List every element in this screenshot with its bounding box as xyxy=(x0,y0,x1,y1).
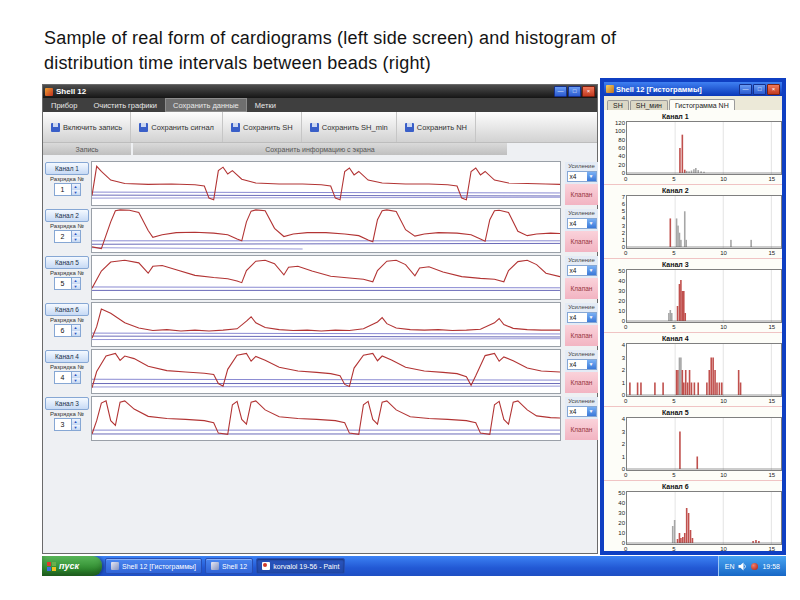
discharge-label: Разрядка № xyxy=(50,270,84,276)
channel-controls-left: Канал 4Разрядка №4▲▼ xyxy=(45,350,89,384)
taskbar-button-1[interactable]: Shell 12 [Гистограммы] xyxy=(105,558,202,574)
channel-label-button[interactable]: Канал 3 xyxy=(45,397,89,410)
histograms-titlebar[interactable]: Shell 12 [Гистограммы] — □ × xyxy=(604,82,782,96)
menu-item-4[interactable]: Метки xyxy=(247,98,284,112)
x-tick-label: 15 xyxy=(768,398,775,404)
save-disk-icon xyxy=(51,123,60,132)
valve-button[interactable]: Клапан xyxy=(565,325,598,346)
start-button[interactable]: пуск xyxy=(42,556,102,576)
taskbar-button-3[interactable]: korvalol 19-56 - Paint xyxy=(256,558,345,574)
histogram-bar xyxy=(706,383,708,396)
minimize-icon[interactable]: — xyxy=(554,86,567,97)
discharge-spinner[interactable]: 4▲▼ xyxy=(54,371,81,384)
taskbar-button-label: korvalol 19-56 - Paint xyxy=(273,563,339,570)
channel-label-button[interactable]: Канал 1 xyxy=(45,162,89,175)
spinner-down-icon[interactable]: ▼ xyxy=(71,378,80,384)
x-tick-label: 0 xyxy=(624,546,627,551)
histogram-block: Канал 601020304050051015 xyxy=(604,482,782,551)
tab-2[interactable]: SH_мин xyxy=(630,100,668,110)
taskbar-button-2[interactable]: Shell 12 xyxy=(205,558,253,574)
gain-select[interactable]: x4▼ xyxy=(567,265,597,276)
toolbar-button-label: Сохранить SH_min xyxy=(322,123,388,132)
histogram-bar xyxy=(682,135,684,173)
channel-controls-left: Канал 1Разрядка №1▲▼ xyxy=(45,162,89,196)
shell12-titlebar[interactable]: Shell 12 — □ × xyxy=(43,85,597,98)
spinner-down-icon[interactable]: ▼ xyxy=(71,425,80,431)
valve-button[interactable]: Клапан xyxy=(565,372,598,393)
histogram-title: Канал 5 xyxy=(662,408,782,417)
histogram-bar xyxy=(683,291,685,321)
y-tick-label: 4 xyxy=(606,215,625,221)
menu-item-3[interactable]: Сохранить данные xyxy=(165,98,247,112)
channel-controls-left: Канал 2Разрядка №2▲▼ xyxy=(45,209,89,243)
histogram-bar xyxy=(679,233,681,247)
channel-label-button[interactable]: Канал 4 xyxy=(45,350,89,363)
close-icon[interactable]: × xyxy=(767,84,780,95)
discharge-spinner[interactable]: 5▲▼ xyxy=(54,277,81,290)
x-tick-label: 0 xyxy=(624,398,627,404)
x-tick-label: 10 xyxy=(720,176,727,182)
group-caption-save: Сохранить информацию с экрана xyxy=(133,143,509,155)
tray-app-icon[interactable] xyxy=(751,563,758,570)
menu-item-2[interactable]: Очистить графики xyxy=(85,98,165,112)
toolbar-button-5[interactable]: Сохранить NH xyxy=(397,112,476,142)
histogram-bar xyxy=(688,513,690,543)
y-tick-label: 40 xyxy=(606,153,625,159)
tab-1[interactable]: SH xyxy=(607,100,629,110)
y-tick-label: 40 xyxy=(606,278,625,284)
histogram-bar xyxy=(740,383,742,396)
channel-label-button[interactable]: Канал 6 xyxy=(45,303,89,316)
discharge-spinner[interactable]: 6▲▼ xyxy=(54,324,81,337)
gain-select[interactable]: x4▼ xyxy=(567,312,597,323)
x-tick-label: 15 xyxy=(768,324,775,330)
channel-label-button[interactable]: Канал 5 xyxy=(45,256,89,269)
discharge-label: Разрядка № xyxy=(50,411,84,417)
valve-button[interactable]: Клапан xyxy=(565,231,598,252)
close-icon[interactable]: × xyxy=(582,86,595,97)
spinner-arrows: ▲▼ xyxy=(71,231,80,242)
minimize-icon[interactable]: — xyxy=(739,84,752,95)
gain-select[interactable]: x4▼ xyxy=(567,218,597,229)
spinner-down-icon[interactable]: ▼ xyxy=(71,331,80,337)
discharge-spinner[interactable]: 2▲▼ xyxy=(54,230,81,243)
shell-icon xyxy=(211,562,219,570)
valve-button[interactable]: Клапан xyxy=(565,419,598,440)
spinner-down-icon[interactable]: ▼ xyxy=(71,237,80,243)
gain-select[interactable]: x4▼ xyxy=(567,406,597,417)
toolbar-button-3[interactable]: Сохранить SH xyxy=(223,112,302,142)
histogram-bar xyxy=(695,168,697,173)
x-tick-label: 5 xyxy=(672,546,675,551)
valve-button[interactable]: Клапан xyxy=(565,278,598,299)
histogram-bar xyxy=(671,313,673,321)
valve-button[interactable]: Клапан xyxy=(565,184,598,205)
toolbar-button-4[interactable]: Сохранить SH_min xyxy=(302,112,397,142)
tab-3[interactable]: Гистограмма NH xyxy=(669,99,735,110)
channel-label-button[interactable]: Канал 2 xyxy=(45,209,89,222)
toolbar-button-label: Сохранить NH xyxy=(417,123,467,132)
toolbar-button-1[interactable]: Включить запись xyxy=(43,112,131,142)
menu-item-1[interactable]: Прибор xyxy=(43,98,85,112)
histogram-bar xyxy=(662,383,664,396)
gain-select[interactable]: x4▼ xyxy=(567,171,597,182)
histogram-bar xyxy=(677,306,679,321)
histogram-bar xyxy=(685,370,687,395)
discharge-spinner[interactable]: 1▲▼ xyxy=(54,183,81,196)
histogram-bar xyxy=(684,170,686,173)
spinner-down-icon[interactable]: ▼ xyxy=(71,190,80,196)
aux-trace xyxy=(92,379,560,380)
discharge-label: Разрядка № xyxy=(50,176,84,182)
gain-select[interactable]: x4▼ xyxy=(567,359,597,370)
language-indicator[interactable]: EN xyxy=(725,563,735,570)
window-shell12: Shell 12 — □ × ПриборОчистить графикиСох… xyxy=(42,84,598,554)
maximize-icon[interactable]: □ xyxy=(568,86,581,97)
x-axis-labels: 051015 xyxy=(604,471,782,480)
gain-label: Усиление xyxy=(568,163,595,170)
windows-flag-icon xyxy=(47,562,56,571)
volume-icon[interactable] xyxy=(738,562,747,571)
window-title: Shell 12 [Гистограммы] xyxy=(616,85,702,94)
gain-value: x4 xyxy=(568,314,587,321)
spinner-down-icon[interactable]: ▼ xyxy=(71,284,80,290)
toolbar-button-2[interactable]: Сохранить сигнал xyxy=(131,112,223,142)
maximize-icon[interactable]: □ xyxy=(753,84,766,95)
discharge-spinner[interactable]: 3▲▼ xyxy=(54,418,81,431)
